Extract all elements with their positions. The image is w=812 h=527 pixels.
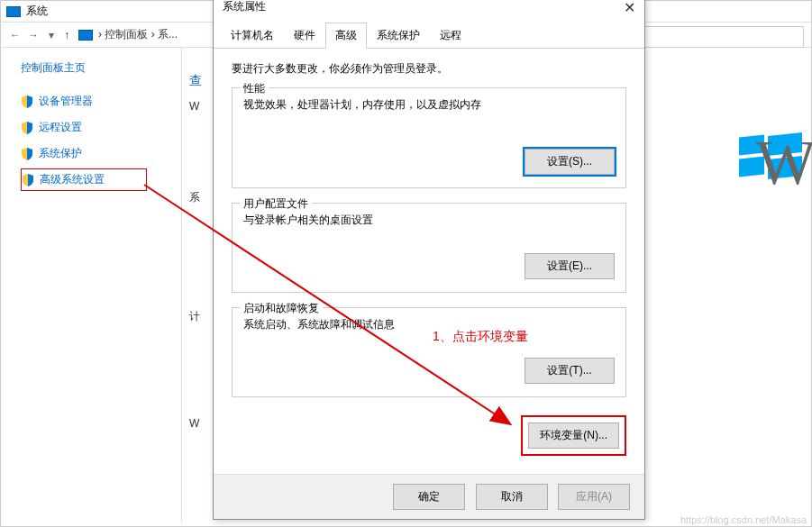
profile-legend: 用户配置文件: [240, 196, 312, 212]
cut-text: W: [189, 417, 199, 430]
tab-computer-name[interactable]: 计算机名: [221, 23, 284, 49]
sidebar-item-label: 高级系统设置: [40, 172, 105, 187]
search-input[interactable]: [642, 26, 804, 48]
dialog-footer: 确定 取消 应用(A): [214, 474, 644, 519]
cut-text: 计: [189, 309, 200, 324]
startup-group: 启动和故障恢复 系统启动、系统故障和调试信息 设置(T)...: [232, 307, 626, 397]
windows-brand-letter: W: [756, 127, 812, 199]
dialog-tabs: 计算机名 硬件 高级 系统保护 远程: [214, 22, 644, 49]
dropdown-icon[interactable]: ▾: [42, 29, 60, 41]
profile-settings-button[interactable]: 设置(E)...: [525, 253, 615, 279]
tab-remote[interactable]: 远程: [430, 23, 471, 49]
startup-settings-button[interactable]: 设置(T)...: [525, 358, 615, 384]
sidebar-home-link[interactable]: 控制面板主页: [21, 60, 181, 76]
shield-icon: [21, 122, 33, 134]
user-profile-group: 用户配置文件 与登录帐户相关的桌面设置 设置(E)...: [232, 203, 626, 293]
performance-group: 性能 视觉效果，处理器计划，内存使用，以及虚拟内存 设置(S)...: [232, 87, 626, 188]
cut-text: 系: [189, 190, 200, 205]
sidebar-item-remote[interactable]: 远程设置: [21, 116, 181, 139]
annotation-text: 1、点击环境变量: [433, 329, 528, 345]
breadcrumb[interactable]: › 控制面板 › 系...: [98, 27, 178, 42]
tab-protection[interactable]: 系统保护: [367, 23, 430, 49]
sidebar-item-device-manager[interactable]: 设备管理器: [21, 90, 181, 113]
sidebar-item-advanced[interactable]: 高级系统设置: [21, 168, 147, 191]
environment-variables-button[interactable]: 环境变量(N)...: [528, 423, 619, 449]
intro-text: 要进行大多数更改，你必须作为管理员登录。: [232, 61, 626, 77]
address-icon: [78, 30, 93, 41]
cancel-button[interactable]: 取消: [476, 484, 548, 510]
cut-text: 查: [189, 73, 202, 89]
startup-legend: 启动和故障恢复: [240, 301, 323, 316]
window-title: 系统: [26, 4, 48, 19]
env-highlight-box: 环境变量(N)...: [521, 415, 626, 456]
sidebar-item-protection[interactable]: 系统保护: [21, 142, 181, 165]
sidebar-item-label: 远程设置: [39, 120, 82, 135]
dialog-title: 系统属性: [223, 0, 266, 16]
sidebar-item-label: 设备管理器: [39, 94, 93, 109]
performance-legend: 性能: [240, 81, 269, 96]
sidebar-item-label: 系统保护: [39, 146, 82, 161]
apply-button[interactable]: 应用(A): [558, 484, 630, 510]
system-icon: [6, 6, 21, 17]
dialog-titlebar: 系统属性 ✕: [214, 0, 644, 18]
performance-desc: 视觉效果，处理器计划，内存使用，以及虚拟内存: [243, 97, 615, 113]
startup-desc: 系统启动、系统故障和调试信息: [243, 317, 615, 332]
system-properties-dialog: 系统属性 ✕ 计算机名 硬件 高级 系统保护 远程 要进行大多数更改，你必须作为…: [213, 0, 645, 520]
shield-icon: [21, 148, 33, 160]
close-button[interactable]: ✕: [624, 0, 635, 16]
forward-button[interactable]: →: [24, 29, 42, 41]
tab-advanced[interactable]: 高级: [325, 23, 367, 49]
shield-icon: [22, 174, 34, 186]
profile-desc: 与登录帐户相关的桌面设置: [243, 213, 615, 228]
watermark: https://blog.csdn.net/Makasa: [680, 514, 807, 525]
shield-icon: [21, 95, 33, 108]
performance-settings-button[interactable]: 设置(S)...: [525, 149, 615, 175]
back-button[interactable]: ←: [6, 29, 24, 41]
ok-button[interactable]: 确定: [393, 484, 465, 510]
cut-text: W: [189, 100, 199, 113]
sidebar: 控制面板主页 设备管理器 远程设置 系统保护 高级系统设置: [1, 48, 181, 522]
up-button[interactable]: ↑: [64, 29, 69, 41]
tab-hardware[interactable]: 硬件: [284, 23, 325, 49]
